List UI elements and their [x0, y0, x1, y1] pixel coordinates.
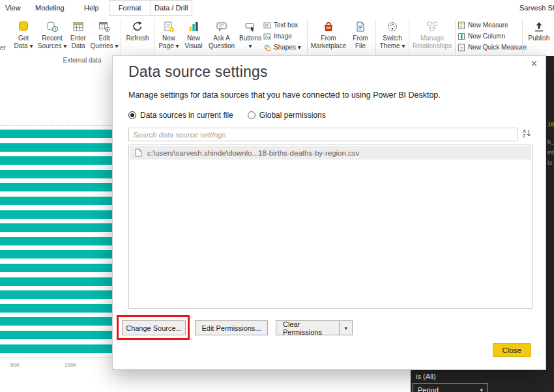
close-icon[interactable]: ×	[531, 58, 537, 70]
button-label: Relationships	[413, 42, 452, 49]
x-axis-tick: 100K	[65, 362, 77, 368]
button-label: Enter	[70, 35, 86, 42]
group-label-external-data: External data	[51, 57, 113, 64]
svg-text:Z: Z	[523, 133, 526, 138]
change-source-button[interactable]: Change Source...	[122, 320, 186, 335]
theme-palette-icon	[386, 20, 399, 34]
button-label: Theme ▾	[380, 42, 405, 49]
image-button[interactable]: Image	[263, 31, 305, 41]
radio-selected-icon	[128, 111, 136, 119]
button-label: From	[353, 35, 368, 42]
shapes-icon	[263, 44, 271, 51]
data-source-list-item[interactable]: c:\users\sarvesh.shinde\downlo...18-birt…	[130, 146, 531, 160]
new-quick-measure-button[interactable]: New Quick Measure	[458, 42, 520, 52]
button-label: Edit	[98, 35, 109, 42]
insert-small-group: Text box Image Shapes ▾	[263, 18, 305, 52]
button-label: Data	[71, 42, 85, 49]
radio-label: Global permissions	[259, 111, 326, 120]
button-label: New Quick Measure	[468, 44, 527, 51]
powerbi-desktop-window: { "chrome": { "menu": { "view": "View", …	[0, 0, 554, 392]
search-input[interactable]	[128, 128, 518, 141]
period-dropdown[interactable]: Period ▾	[413, 383, 488, 392]
button-label: Recent	[42, 35, 63, 42]
data-source-path: c:\users\sarvesh.shinde\downlo...18-birt…	[147, 149, 359, 157]
group-separator	[121, 19, 121, 54]
recent-sources-button[interactable]: Recent Sources ▾	[38, 18, 66, 49]
buttons-button[interactable]: Buttons ▾	[237, 18, 263, 49]
menu-modeling[interactable]: Modeling	[35, 4, 65, 12]
button-label: Publish	[529, 35, 550, 42]
dialog-title: Data source settings	[128, 63, 268, 81]
button-label: Sources ▾	[38, 42, 66, 49]
pane-text-fragment: 18	[547, 121, 554, 128]
sort-az-icon[interactable]: AZ	[522, 128, 532, 138]
button-label: Refresh	[126, 35, 149, 42]
edit-permissions-button[interactable]: Edit Permissions...	[195, 320, 268, 335]
clear-permissions-button[interactable]: Clear Permissions ▾	[276, 320, 353, 335]
chevron-down-icon: ▾	[480, 387, 483, 392]
pane-text-fragment: io	[547, 160, 552, 166]
contextual-tabs: Format Data / Drill	[109, 0, 192, 16]
radio-global-permissions[interactable]: Global permissions	[248, 111, 326, 120]
button-label: ▾	[248, 42, 252, 49]
x-axis-tick: 50K	[10, 362, 20, 368]
ask-a-question-button[interactable]: Ask A Question	[206, 18, 237, 49]
publish-icon	[532, 20, 546, 34]
new-page-button[interactable]: New Page ▾	[156, 18, 181, 49]
table-column-icon	[458, 33, 465, 40]
radio-data-sources-in-current-file[interactable]: Data sources in current file	[128, 111, 233, 120]
button-label: New Column	[468, 33, 505, 40]
new-visual-icon	[187, 20, 200, 34]
recent-sources-icon	[46, 20, 59, 34]
menu-view[interactable]: View	[5, 4, 21, 12]
group-separator	[154, 19, 154, 54]
refresh-icon	[131, 20, 144, 34]
new-column-button[interactable]: New Column	[458, 31, 520, 41]
enter-data-icon	[72, 20, 85, 34]
radio-unselected-icon	[248, 111, 255, 119]
data-source-list: c:\users\sarvesh.shinde\downlo...18-birt…	[128, 145, 532, 309]
pane-text-fragment: int	[547, 149, 554, 156]
from-file-button[interactable]: From File	[347, 18, 373, 49]
clear-permissions-label: Clear Permissions	[276, 320, 339, 336]
publish-button[interactable]: Publish	[525, 18, 553, 42]
button-label: Queries ▾	[91, 42, 119, 49]
edit-queries-button[interactable]: Edit Queries ▾	[90, 18, 119, 49]
button-label: Shapes ▾	[274, 44, 301, 51]
text-box-button[interactable]: Text box	[263, 20, 305, 30]
new-measure-button[interactable]: New Measure	[458, 20, 520, 30]
shapes-button[interactable]: Shapes ▾	[263, 42, 305, 52]
relationships-icon	[426, 20, 439, 34]
file-icon	[135, 148, 142, 157]
chevron-down-icon[interactable]: ▾	[339, 321, 352, 335]
group-separator	[409, 19, 409, 54]
enter-data-button[interactable]: Enter Data	[66, 18, 90, 49]
button-label: File	[355, 42, 366, 49]
manage-relationships-button: Manage Relationships	[411, 18, 453, 49]
tab-data-drill[interactable]: Data / Drill	[151, 1, 192, 15]
get-data-button[interactable]: Get Data ▾	[9, 18, 38, 49]
ribbon: Get Data ▾ Recent Sources ▾ Enter Data E…	[0, 16, 554, 56]
new-visual-button[interactable]: New Visual	[181, 18, 206, 49]
button-label: Manage	[420, 35, 444, 42]
tab-format[interactable]: Format	[109, 1, 151, 15]
button-label: Text box	[274, 21, 298, 29]
button-label: Switch	[383, 35, 401, 42]
new-page-icon	[162, 20, 175, 34]
file-import-icon	[354, 20, 367, 34]
button-label: Image	[274, 33, 292, 40]
from-marketplace-button[interactable]: From Marketplace	[310, 18, 347, 49]
marketplace-bag-icon	[322, 20, 335, 34]
account-name[interactable]: Sarvesh Sh	[519, 4, 554, 12]
menu-bar: View Modeling Help Format Data / Drill S…	[0, 0, 554, 16]
button-label: Question	[209, 42, 235, 49]
switch-theme-button[interactable]: Switch Theme ▾	[378, 18, 407, 49]
svg-text:A: A	[523, 129, 526, 133]
close-button[interactable]: Close	[493, 343, 531, 357]
button-label: New	[162, 35, 175, 42]
group-separator	[375, 19, 376, 54]
menu-help[interactable]: Help	[84, 4, 99, 12]
group-separator	[307, 19, 308, 54]
group-separator	[522, 19, 523, 54]
refresh-button[interactable]: Refresh	[123, 18, 152, 42]
